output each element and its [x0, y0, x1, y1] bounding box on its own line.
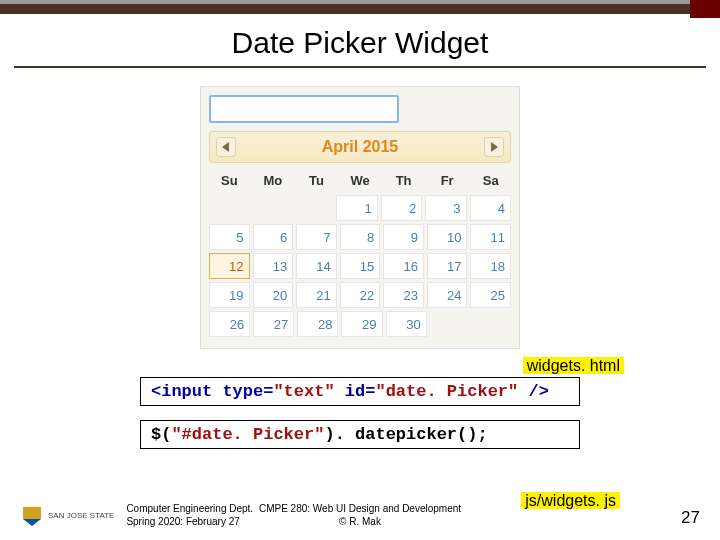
calendar-day: [430, 311, 469, 337]
slide-top-bar: [0, 0, 720, 14]
prev-month-button[interactable]: [216, 137, 236, 157]
calendar-day[interactable]: 26: [209, 311, 250, 337]
dow-label: Tu: [296, 169, 337, 192]
calendar-day[interactable]: 16: [383, 253, 424, 279]
calendar-day: [251, 195, 290, 221]
dow-label: Th: [383, 169, 424, 192]
calendar-day[interactable]: 27: [253, 311, 294, 337]
dow-label: Fr: [427, 169, 468, 192]
calendar-day[interactable]: 5: [209, 224, 250, 250]
calendar-day[interactable]: 14: [296, 253, 337, 279]
calendar-grid: SuMoTuWeThFrSa 1234567891011121314151617…: [209, 169, 511, 337]
calendar-day[interactable]: 19: [209, 282, 250, 308]
chevron-left-icon: [222, 142, 230, 152]
calendar-day[interactable]: 22: [340, 282, 381, 308]
dow-label: Sa: [470, 169, 511, 192]
calendar-row: 1234: [209, 195, 511, 221]
calendar-day[interactable]: 12: [209, 253, 250, 279]
datepicker-widget: April 2015 SuMoTuWeThFrSa 12345678910111…: [200, 86, 520, 349]
date-input[interactable]: [209, 95, 399, 123]
footer-left: Computer Engineering Dept. Spring 2020: …: [126, 502, 253, 528]
calendar-row: 19202122232425: [209, 282, 511, 308]
calendar-day[interactable]: 13: [253, 253, 294, 279]
calendar-day[interactable]: 6: [253, 224, 294, 250]
next-month-button[interactable]: [484, 137, 504, 157]
filename-label: widgets. html: [40, 357, 680, 375]
page-number: 27: [681, 508, 700, 528]
calendar-day[interactable]: 20: [253, 282, 294, 308]
datepicker-header: April 2015: [209, 131, 511, 163]
dow-label: Mo: [253, 169, 294, 192]
calendar-day: [472, 311, 511, 337]
filename-label-js: js/widgets. js: [521, 492, 620, 510]
calendar-day: [209, 195, 248, 221]
month-label: April 2015: [322, 138, 398, 156]
day-of-week-row: SuMoTuWeThFrSa: [209, 169, 511, 192]
slide-footer: SAN JOSE STATE Computer Engineering Dept…: [0, 502, 720, 528]
calendar-day: [294, 195, 333, 221]
calendar-day[interactable]: 2: [381, 195, 422, 221]
calendar-day[interactable]: 30: [386, 311, 427, 337]
calendar-day[interactable]: 1: [336, 195, 377, 221]
footer-center: CMPE 280: Web UI Design and Development …: [259, 502, 461, 528]
code-html: <input type="text" id="date. Picker" />: [140, 377, 580, 406]
title-underline: [14, 66, 706, 68]
code-js: $("#date. Picker"). datepicker();: [140, 420, 580, 449]
calendar-day[interactable]: 25: [470, 282, 511, 308]
calendar-day[interactable]: 24: [427, 282, 468, 308]
calendar-day[interactable]: 17: [427, 253, 468, 279]
calendar-row: 2627282930: [209, 311, 511, 337]
calendar-day[interactable]: 11: [470, 224, 511, 250]
slide-title: Date Picker Widget: [0, 26, 720, 60]
calendar-day[interactable]: 28: [297, 311, 338, 337]
calendar-day[interactable]: 7: [296, 224, 337, 250]
svg-rect-2: [23, 507, 41, 519]
calendar-day[interactable]: 4: [470, 195, 511, 221]
dow-label: Su: [209, 169, 250, 192]
calendar-day[interactable]: 8: [340, 224, 381, 250]
calendar-day[interactable]: 10: [427, 224, 468, 250]
svg-marker-1: [491, 142, 498, 152]
shield-icon: [20, 504, 44, 528]
calendar-day[interactable]: 21: [296, 282, 337, 308]
calendar-row: 567891011: [209, 224, 511, 250]
calendar-day[interactable]: 9: [383, 224, 424, 250]
calendar-day[interactable]: 15: [340, 253, 381, 279]
chevron-right-icon: [490, 142, 498, 152]
calendar-day[interactable]: 29: [341, 311, 382, 337]
sjsu-logo: SAN JOSE STATE: [20, 504, 114, 528]
svg-marker-0: [222, 142, 229, 152]
calendar-day[interactable]: 23: [383, 282, 424, 308]
dow-label: We: [340, 169, 381, 192]
calendar-day[interactable]: 3: [425, 195, 466, 221]
calendar-day[interactable]: 18: [470, 253, 511, 279]
calendar-row: 12131415161718: [209, 253, 511, 279]
